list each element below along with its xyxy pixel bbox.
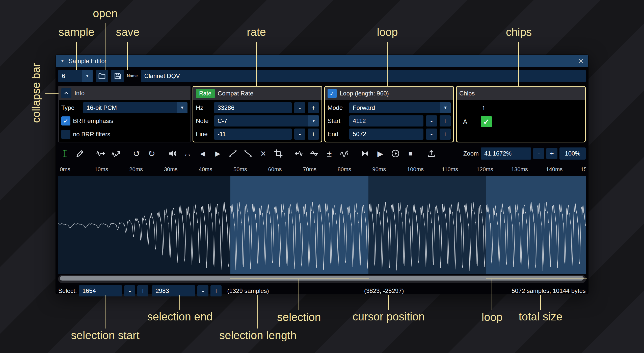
annotation-collapse-bar-line xyxy=(45,93,59,94)
annotation-save-label: save xyxy=(116,26,140,38)
timeline-tick: 0ms xyxy=(60,166,70,173)
title-bar[interactable]: ▼ Sample Editor ✕ xyxy=(56,55,588,67)
insert-silence-button[interactable] xyxy=(226,147,239,160)
scrollbar-thumb[interactable] xyxy=(60,276,584,281)
waveform-display[interactable] xyxy=(58,176,586,274)
resample-button[interactable] xyxy=(109,147,122,160)
annotation-cursor-position-label: cursor position xyxy=(353,310,425,323)
zoom-input[interactable] xyxy=(481,147,531,160)
annotation-sample-label: sample xyxy=(59,26,94,38)
stop-button[interactable]: ■ xyxy=(404,147,417,160)
hz-increase-button[interactable]: + xyxy=(308,102,319,113)
zoom-controls: Zoom - + 100% xyxy=(463,147,586,160)
selection-start-decrease-button[interactable]: - xyxy=(124,285,135,296)
annotation-total-size-line xyxy=(540,295,541,310)
resample-icon xyxy=(111,149,120,158)
annotation-cursor-position-line xyxy=(388,295,389,310)
chevron-up-icon xyxy=(63,90,69,96)
reverse-button[interactable] xyxy=(292,147,306,160)
sample-header-row: 6 ▼ Name xyxy=(56,67,588,82)
no-brr-filters-checkbox[interactable] xyxy=(61,130,70,139)
zoom-label: Zoom xyxy=(463,150,479,157)
note-combo[interactable]: C-7 ▼ xyxy=(214,115,319,127)
loop-start-input[interactable] xyxy=(349,115,423,127)
draw-tool-button[interactable] xyxy=(73,147,87,160)
trim-button[interactable] xyxy=(272,147,285,160)
loop-end-input[interactable] xyxy=(349,129,423,140)
rate-badge[interactable]: Rate xyxy=(196,89,215,98)
invert-button[interactable] xyxy=(308,147,321,160)
chip-enable-checkbox[interactable]: ✓ xyxy=(481,116,492,127)
loop-end-decrease-button[interactable]: - xyxy=(426,129,437,140)
apply-silence-button[interactable] xyxy=(241,147,255,160)
selection-start-increase-button[interactable]: + xyxy=(137,285,148,296)
loop-end-increase-button[interactable]: + xyxy=(440,129,451,140)
annotation-rate-label: rate xyxy=(247,26,266,38)
loop-mode-combo[interactable]: Forward ▼ xyxy=(349,102,451,113)
loop-start-decrease-button[interactable]: - xyxy=(426,115,437,127)
zoom-out-button[interactable]: - xyxy=(533,148,544,159)
window-collapse-icon[interactable]: ▼ xyxy=(60,59,65,64)
annotation-open-label: open xyxy=(93,7,118,20)
selection-end-decrease-button[interactable]: - xyxy=(197,285,208,296)
normalize-button[interactable]: ↔ xyxy=(181,147,194,160)
selection-start-input[interactable] xyxy=(79,285,122,296)
fine-increase-button[interactable]: + xyxy=(308,129,319,140)
timeline-tick: 60ms xyxy=(268,166,282,173)
stop-icon: ■ xyxy=(409,149,413,158)
timeline-tick: 50ms xyxy=(233,166,247,173)
sign-button[interactable]: ± xyxy=(323,147,336,160)
annotation-loop-line xyxy=(387,42,388,86)
wave-arrow-left-icon xyxy=(294,149,304,158)
fine-decrease-button[interactable]: - xyxy=(294,129,305,140)
filter-button[interactable] xyxy=(338,147,351,160)
annotation-loop-bottom-line xyxy=(492,279,492,310)
loop-checkbox[interactable]: ✓ xyxy=(328,89,337,98)
play-cursor-button[interactable] xyxy=(389,147,402,160)
preview-button[interactable]: ▶ xyxy=(374,147,387,160)
filter-wave-icon xyxy=(340,149,349,158)
triangle-left-icon: ◀ xyxy=(200,150,205,158)
amplify-button[interactable] xyxy=(166,147,179,160)
brr-emphasis-checkbox[interactable]: ✓ xyxy=(61,116,70,125)
undo-button[interactable]: ↺ xyxy=(130,147,143,160)
chips-panel: Chips 1 A ✓ xyxy=(456,86,586,142)
crossfade-button[interactable] xyxy=(359,147,372,160)
wave-flip-icon xyxy=(310,149,319,158)
fade-in-button[interactable]: ◀ xyxy=(196,147,209,160)
hz-input[interactable] xyxy=(214,102,292,113)
waveform-plot xyxy=(58,176,586,274)
open-button[interactable] xyxy=(96,70,108,82)
fade-out-button[interactable]: ▶ xyxy=(211,147,224,160)
zoom-in-button[interactable]: + xyxy=(546,148,557,159)
annotation-selection-label: selection xyxy=(277,311,321,323)
hz-label: Hz xyxy=(196,104,211,111)
sample-selector[interactable]: 6 ▼ xyxy=(58,70,93,82)
timeline-tick: 90ms xyxy=(372,166,386,173)
upload-sample-button[interactable] xyxy=(425,147,438,160)
annotation-total-size-label: total size xyxy=(519,310,562,323)
sample-type-combo[interactable]: 16-bit PCM ▼ xyxy=(83,102,187,113)
selection-end-increase-button[interactable]: + xyxy=(210,285,222,296)
slope-up-icon xyxy=(228,149,237,158)
select-tool-button[interactable] xyxy=(58,147,71,160)
timeline-tick: 20ms xyxy=(129,166,143,173)
zoom-reset-button[interactable]: 100% xyxy=(559,147,586,160)
window-close-button[interactable]: ✕ xyxy=(578,57,584,65)
fine-input[interactable] xyxy=(214,129,292,140)
rate-panel: Rate Compat Rate Hz - + Note C-7 ▼ xyxy=(193,86,322,142)
rate-panel-title: Compat Rate xyxy=(218,90,253,97)
chevron-down-icon: ▼ xyxy=(308,115,319,127)
annotation-save-line xyxy=(127,42,128,70)
redo-button[interactable]: ↻ xyxy=(145,147,158,160)
resize-button[interactable] xyxy=(94,147,107,160)
delete-button[interactable]: × xyxy=(257,147,270,160)
selection-end-input[interactable] xyxy=(152,285,195,296)
annotation-rate-line xyxy=(256,42,257,86)
annotation-selection-length-line xyxy=(257,295,258,329)
info-collapse-button[interactable] xyxy=(61,88,71,98)
loop-start-increase-button[interactable]: + xyxy=(440,115,451,127)
upload-icon xyxy=(427,149,436,158)
save-button[interactable] xyxy=(111,70,124,82)
hz-decrease-button[interactable]: - xyxy=(294,102,305,113)
